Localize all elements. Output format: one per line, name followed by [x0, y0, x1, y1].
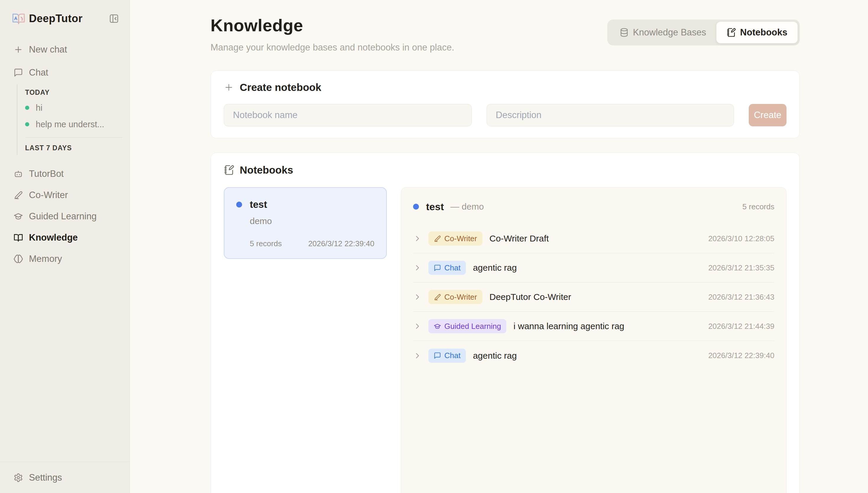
notebook-pen-icon	[726, 28, 736, 37]
settings-label: Settings	[29, 472, 62, 483]
page-title: Knowledge	[211, 15, 454, 35]
history-item-label: help me underst...	[36, 120, 104, 129]
pen-icon	[434, 294, 441, 301]
green-dot-icon	[25, 106, 29, 110]
sidebar-item-settings[interactable]: Settings	[0, 462, 130, 493]
notebook-card-test[interactable]: test demo 5 records 2026/3/12 22:39:40	[224, 187, 387, 259]
record-row[interactable]: Chat agentic rag 2026/3/12 22:39:40	[413, 341, 775, 370]
sidebar-nav: TutorBot Co-Writer Guided Learning	[0, 163, 130, 270]
sidebar-item-label: TutorBot	[29, 169, 64, 179]
pen-icon	[434, 235, 441, 242]
notebook-pen-icon	[224, 165, 234, 175]
chevron-right-icon[interactable]	[413, 351, 422, 360]
notebook-description: demo	[250, 216, 374, 226]
record-timestamp: 2026/3/10 12:28:05	[699, 234, 775, 243]
history-section-today: TODAY	[25, 84, 123, 100]
notebook-detail-panel: test — demo 5 records	[401, 187, 786, 493]
record-title: i wanna learning agentic rag	[514, 321, 624, 331]
record-title: Co-Writer Draft	[490, 234, 549, 243]
robot-icon	[14, 169, 23, 178]
create-notebook-card: Create notebook Create	[211, 70, 800, 138]
create-button[interactable]: Create	[749, 104, 786, 126]
detail-header: test — demo 5 records	[413, 196, 775, 218]
record-type-badge: Co-Writer	[428, 232, 482, 245]
chat-bubble-icon	[14, 68, 23, 77]
sidebar-item-label: Guided Learning	[29, 211, 96, 222]
tab-label: Knowledge Bases	[633, 27, 706, 38]
record-type-badge: Chat	[428, 261, 466, 275]
sidebar-item-label: Knowledge	[29, 232, 78, 243]
sidebar-item-tutorbot[interactable]: TutorBot	[0, 163, 130, 185]
record-list: Co-Writer Co-Writer Draft 2026/3/10 12:2…	[413, 224, 775, 370]
new-chat-button[interactable]: New chat	[0, 39, 130, 60]
record-type-badge: Guided Learning	[428, 319, 506, 333]
notebook-description-input[interactable]	[486, 104, 734, 126]
chat-bubble-icon	[434, 352, 441, 359]
sidebar-item-guided-learning[interactable]: Guided Learning	[0, 206, 130, 227]
blue-dot-icon	[413, 204, 419, 210]
history-item-label: hi	[36, 103, 43, 113]
sidebar-item-cowriter[interactable]: Co-Writer	[0, 185, 130, 206]
record-badge-label: Guided Learning	[444, 322, 501, 331]
chat-label: Chat	[29, 67, 48, 78]
record-timestamp: 2026/3/12 22:39:40	[699, 351, 775, 360]
sidebar-item-label: Memory	[29, 254, 62, 264]
create-notebook-heading-row: Create notebook	[224, 82, 786, 93]
new-chat-label: New chat	[29, 44, 67, 55]
chevron-right-icon[interactable]	[413, 293, 422, 301]
notebook-name-input[interactable]	[224, 104, 472, 126]
notebook-name: test	[250, 199, 267, 210]
history-item[interactable]: help me underst...	[25, 116, 123, 132]
sidebar-item-memory[interactable]: Memory	[0, 248, 130, 270]
main-content: Knowledge Manage your knowledge bases an…	[130, 0, 868, 493]
book-open-icon	[14, 233, 23, 242]
create-notebook-form: Create	[224, 104, 786, 126]
tab-knowledge-bases[interactable]: Knowledge Bases	[609, 22, 716, 43]
record-row[interactable]: Co-Writer Co-Writer Draft 2026/3/10 12:2…	[413, 224, 775, 253]
record-type-badge: Co-Writer	[428, 290, 482, 304]
notebook-list: test demo 5 records 2026/3/12 22:39:40	[224, 187, 387, 493]
graduation-cap-icon	[434, 323, 441, 330]
gear-icon	[14, 473, 23, 483]
sidebar-item-knowledge[interactable]: Knowledge	[0, 227, 130, 248]
page-subtitle: Manage your knowledge bases and notebook…	[211, 42, 454, 53]
history-item[interactable]: hi	[25, 100, 123, 116]
detail-notebook-name: test	[426, 201, 444, 213]
record-type-badge: Chat	[428, 349, 466, 363]
record-timestamp: 2026/3/12 21:36:43	[699, 293, 775, 302]
chevron-right-icon[interactable]	[413, 234, 422, 243]
record-badge-label: Co-Writer	[444, 234, 477, 243]
blue-dot-icon	[236, 201, 242, 208]
detail-notebook-description: — demo	[450, 201, 484, 212]
page-header: Knowledge Manage your knowledge bases an…	[211, 15, 800, 53]
record-title: agentic rag	[473, 351, 517, 361]
chevron-right-icon[interactable]	[413, 322, 422, 330]
database-icon	[620, 28, 629, 37]
notebooks-heading: Notebooks	[240, 164, 293, 176]
tab-label: Notebooks	[740, 27, 787, 38]
graduation-cap-icon	[14, 212, 23, 221]
sidebar-collapse-icon[interactable]	[109, 14, 119, 24]
sidebar-item-chat[interactable]: Chat	[0, 62, 130, 83]
pen-icon	[14, 190, 23, 200]
plus-icon	[14, 45, 23, 54]
chevron-right-icon[interactable]	[413, 263, 422, 272]
record-row[interactable]: Guided Learning i wanna learning agentic…	[413, 312, 775, 341]
history-section-last7days: LAST 7 DAYS	[25, 140, 123, 155]
deeptutor-logo-icon	[12, 12, 25, 25]
chat-bubble-icon	[434, 264, 441, 272]
record-row[interactable]: Chat agentic rag 2026/3/12 21:35:35	[413, 253, 775, 282]
record-badge-label: Chat	[444, 263, 460, 273]
view-toggle: Knowledge Bases Notebooks	[607, 20, 800, 45]
sidebar-item-label: Co-Writer	[29, 190, 68, 200]
record-row[interactable]: Co-Writer DeepTutor Co-Writer 2026/3/12 …	[413, 282, 775, 312]
brand-name: DeepTutor	[29, 13, 83, 25]
plus-icon	[224, 82, 234, 92]
record-title: agentic rag	[473, 263, 517, 273]
chat-history: TODAY hi help me underst... LAST 7 DAYS	[17, 84, 123, 155]
history-divider	[25, 137, 123, 137]
brain-icon	[14, 254, 23, 264]
record-timestamp: 2026/3/12 21:35:35	[699, 263, 775, 273]
tab-notebooks[interactable]: Notebooks	[716, 22, 798, 43]
brand-row: DeepTutor	[12, 12, 119, 25]
